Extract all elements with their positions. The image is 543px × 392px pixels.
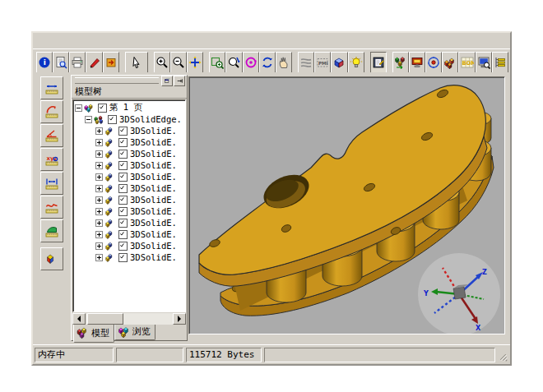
tree-row-part[interactable]: 3DSolidE. <box>73 159 185 171</box>
zoom-window[interactable] <box>209 52 225 73</box>
dynamic-zoom[interactable] <box>225 52 242 73</box>
visibility-checkbox[interactable] <box>118 184 128 193</box>
visibility-checkbox[interactable] <box>118 196 128 205</box>
tree-row-part[interactable]: 3DSolidE. <box>73 240 185 251</box>
expand-icon[interactable] <box>95 219 103 227</box>
expand-icon[interactable] <box>95 208 103 215</box>
lighting[interactable] <box>348 52 364 73</box>
measure-volume[interactable] <box>40 247 63 270</box>
zoom-in[interactable] <box>154 52 170 73</box>
zoom-out[interactable] <box>170 52 187 73</box>
tree-label[interactable]: 3DSolidE. <box>130 172 177 182</box>
visibility-checkbox[interactable] <box>118 161 128 170</box>
measure-distance[interactable] <box>40 76 63 99</box>
visibility-checkbox[interactable] <box>98 104 107 113</box>
tree-row-part[interactable]: 3DSolidE. <box>73 136 185 148</box>
expand-icon[interactable] <box>95 150 103 158</box>
measure-angle[interactable] <box>40 124 63 147</box>
panel-hide[interactable] <box>174 76 185 86</box>
open-document[interactable] <box>53 52 69 73</box>
scrollbar-thumb[interactable] <box>87 313 123 325</box>
measure-coordinate[interactable]: xyz <box>40 148 63 171</box>
visibility-checkbox[interactable] <box>118 242 128 251</box>
tree-label[interactable]: 3DSolidE. <box>130 218 177 228</box>
expand-icon[interactable] <box>95 162 103 169</box>
scrollbar-track[interactable] <box>86 313 173 325</box>
info[interactable]: i <box>36 52 53 73</box>
print[interactable] <box>69 52 86 73</box>
measure-area[interactable] <box>40 219 63 242</box>
tree-label[interactable]: 3DSolidE. <box>130 183 177 193</box>
refresh-view[interactable] <box>259 52 276 73</box>
expand-icon[interactable] <box>95 254 103 261</box>
tree-row-part[interactable]: 3DSolidE. <box>73 228 185 240</box>
tree-row-part[interactable]: 3DSolidE. <box>73 194 185 205</box>
bom-table[interactable]: BOM <box>458 52 475 73</box>
tree-row-part[interactable]: 3DSolidE. <box>73 205 185 217</box>
tree-label[interactable]: 3DSolidE. <box>130 149 177 159</box>
expand-icon[interactable] <box>95 127 103 135</box>
tree-row-part[interactable]: 3DSolidE. <box>73 125 185 136</box>
tree-label[interactable]: 3DSolidE. <box>130 195 177 205</box>
measure-curve-length[interactable] <box>40 196 63 219</box>
expand-icon[interactable] <box>95 231 103 238</box>
visibility-checkbox[interactable] <box>118 173 128 182</box>
pan-hand[interactable] <box>276 52 292 73</box>
visibility-checkbox[interactable] <box>118 138 128 147</box>
tree-label[interactable]: 3DSolidE. <box>130 126 177 136</box>
expand-icon[interactable] <box>95 139 103 146</box>
menu-file[interactable] <box>41 40 56 42</box>
tab-model[interactable]: 模型 <box>73 325 114 343</box>
visibility-checkbox[interactable] <box>118 150 128 159</box>
tree-row-part[interactable]: 3DSolidE. <box>73 251 185 263</box>
viewport-3d[interactable]: Z Y X <box>188 76 505 334</box>
tree-label[interactable]: 3DSolidEdge. <box>119 114 182 124</box>
tree-row-page[interactable]: 第 1 页 <box>73 102 185 113</box>
print-preview[interactable] <box>476 52 492 73</box>
expand-icon[interactable] <box>95 173 103 181</box>
collapse-icon[interactable] <box>75 104 82 112</box>
model-tree-toggle[interactable] <box>492 52 508 73</box>
tree-row-assembly[interactable]: 3DSolidEdge. <box>73 113 185 125</box>
expand-icon[interactable] <box>95 196 103 204</box>
tree-row-part[interactable]: 3DSolidE. <box>73 217 185 228</box>
tree-row-part[interactable]: 3DSolidE. <box>73 171 185 182</box>
export-image[interactable] <box>103 52 119 73</box>
screen-capture[interactable] <box>409 52 425 73</box>
tree-label[interactable]: 3DSolidE. <box>130 160 177 170</box>
panel-gripper[interactable] <box>75 77 159 84</box>
expand-icon[interactable] <box>95 185 103 192</box>
tree-label[interactable]: 3DSolidE. <box>130 229 177 239</box>
markup-pen[interactable] <box>86 52 102 73</box>
tree-row-part[interactable]: 3DSolidE. <box>73 182 185 194</box>
resize-grip-icon[interactable] <box>498 352 508 362</box>
measure-gap[interactable] <box>40 172 63 195</box>
visibility-checkbox[interactable] <box>118 207 128 216</box>
tree-label[interactable]: 3DSolidE. <box>130 137 177 147</box>
tree-label[interactable]: 3DSolidE. <box>130 241 177 251</box>
measure-radius[interactable] <box>40 100 63 123</box>
panel-float[interactable] <box>161 76 173 86</box>
expand-icon[interactable] <box>95 242 103 250</box>
tree-label[interactable]: 3DSolidE. <box>130 252 177 262</box>
scroll-right-arrow-icon[interactable] <box>173 313 186 325</box>
scroll-left-arrow-icon[interactable] <box>72 313 86 325</box>
dynamic-rotate[interactable] <box>243 52 259 73</box>
view-orientation[interactable] <box>331 52 347 73</box>
visibility-checkbox[interactable] <box>118 253 128 262</box>
explode-view[interactable] <box>442 52 458 73</box>
collapse-icon[interactable] <box>85 116 92 123</box>
orientation-ball[interactable]: Z Y X <box>418 253 500 334</box>
visibility-checkbox[interactable] <box>118 127 128 136</box>
visibility-checkbox[interactable] <box>118 230 128 239</box>
tree-label[interactable]: 第 1 页 <box>109 102 142 113</box>
visibility-checkbox[interactable] <box>118 219 128 228</box>
layer-settings[interactable] <box>298 52 314 73</box>
tree-row-part[interactable]: 3DSolidE. <box>73 148 185 159</box>
module-manager[interactable] <box>392 52 409 73</box>
pmi-display[interactable]: PMI <box>314 52 331 73</box>
orbit-axes[interactable] <box>425 52 442 73</box>
tree-label[interactable]: 3DSolidE. <box>130 206 177 216</box>
menu-page[interactable] <box>58 40 72 42</box>
notebook[interactable] <box>370 52 387 73</box>
